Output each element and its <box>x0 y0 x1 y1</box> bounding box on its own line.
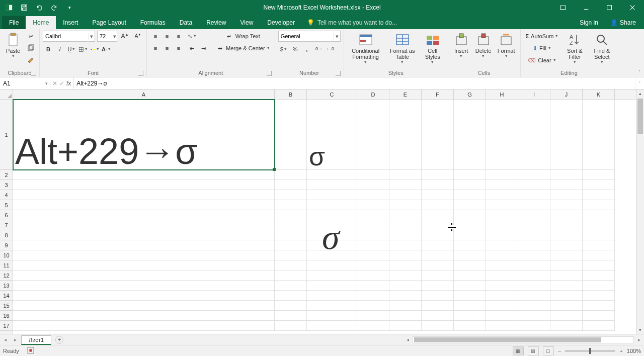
row-header-6[interactable]: 6 <box>0 210 13 220</box>
wrap-text-button[interactable]: ↵Wrap Text <box>214 31 272 42</box>
macro-record-icon[interactable] <box>27 347 34 355</box>
cell-C1[interactable]: σ <box>307 100 357 170</box>
cell-J7[interactable] <box>550 220 583 230</box>
cell-F6[interactable] <box>422 210 454 220</box>
cell-C13[interactable] <box>307 281 357 291</box>
col-header-I[interactable]: I <box>518 89 550 99</box>
cell-B3[interactable] <box>275 180 307 190</box>
fill-button[interactable]: ⬇Fill▾ <box>524 43 560 54</box>
orientation-button[interactable]: ⤡▾ <box>186 31 197 42</box>
cell-I2[interactable] <box>518 170 550 180</box>
cell-G4[interactable] <box>454 190 486 200</box>
cell-K16[interactable] <box>583 311 615 321</box>
ribbon-options-icon[interactable] <box>551 0 575 15</box>
cell-D11[interactable] <box>357 260 389 270</box>
cell-J3[interactable] <box>550 180 583 190</box>
cell-H4[interactable] <box>486 190 518 200</box>
cell-G8[interactable] <box>454 230 486 240</box>
cell-E17[interactable] <box>389 321 422 331</box>
cell-H10[interactable] <box>486 250 518 260</box>
cell-F3[interactable] <box>422 180 454 190</box>
cell-B13[interactable] <box>275 281 307 291</box>
col-header-A[interactable]: A <box>13 89 275 99</box>
cell-E5[interactable] <box>389 200 422 210</box>
cell-F8[interactable] <box>422 230 454 240</box>
cell-I6[interactable] <box>518 210 550 220</box>
cell-F15[interactable] <box>422 301 454 311</box>
cell-C3[interactable] <box>307 180 357 190</box>
cells-area[interactable]: Alt+229→σσσ <box>13 100 636 334</box>
cell-F9[interactable] <box>422 240 454 250</box>
cell-D4[interactable] <box>357 190 389 200</box>
cell-I14[interactable] <box>518 291 550 301</box>
tab-home[interactable]: Home <box>26 16 56 29</box>
cell-D17[interactable] <box>357 321 389 331</box>
fill-color-button[interactable]: ▾ <box>89 44 100 55</box>
enter-formula-icon[interactable]: ✓ <box>59 80 64 87</box>
decrease-decimal-button[interactable]: ←.0 <box>325 44 336 55</box>
row-header-10[interactable]: 10 <box>0 250 13 260</box>
cell-K14[interactable] <box>583 291 615 301</box>
cell-I12[interactable] <box>518 270 550 281</box>
cell-C12[interactable] <box>307 270 357 281</box>
underline-button[interactable]: U▾ <box>66 44 77 55</box>
row-header-15[interactable]: 15 <box>0 301 13 311</box>
tab-data[interactable]: Data <box>173 16 199 29</box>
cell-C2[interactable] <box>307 170 357 180</box>
cell-G6[interactable] <box>454 210 486 220</box>
cell-G5[interactable] <box>454 200 486 210</box>
tab-formulas[interactable]: Formulas <box>133 16 173 29</box>
cell-H16[interactable] <box>486 311 518 321</box>
cell-D2[interactable] <box>357 170 389 180</box>
cell-K6[interactable] <box>583 210 615 220</box>
expand-formula-bar[interactable]: ˅ <box>635 77 644 89</box>
cell-G16[interactable] <box>454 311 486 321</box>
row-header-11[interactable]: 11 <box>0 260 13 270</box>
row-header-3[interactable]: 3 <box>0 180 13 190</box>
launcher-clipboard[interactable] <box>31 71 36 76</box>
cell-A7[interactable] <box>13 220 275 230</box>
launcher-number[interactable] <box>336 71 341 76</box>
tell-me[interactable]: 💡 Tell me what you want to do... <box>307 16 397 29</box>
row-header-9[interactable]: 9 <box>0 240 13 250</box>
cell-C5[interactable] <box>307 200 357 210</box>
cell-E13[interactable] <box>389 281 422 291</box>
cell-A1[interactable]: Alt+229→σ <box>13 100 275 170</box>
hscroll-left[interactable]: ◂ <box>403 337 413 342</box>
row-header-16[interactable]: 16 <box>0 311 13 321</box>
cell-G9[interactable] <box>454 240 486 250</box>
sign-in[interactable]: Sign in <box>575 16 603 29</box>
floating-sigma-shape[interactable]: σ <box>322 217 340 257</box>
bold-button[interactable]: B <box>43 44 54 55</box>
cell-E15[interactable] <box>389 301 422 311</box>
cell-K1[interactable] <box>583 100 615 170</box>
cell-A15[interactable] <box>13 301 275 311</box>
col-header-K[interactable]: K <box>583 89 615 99</box>
zoom-slider[interactable] <box>565 350 615 352</box>
cell-J8[interactable] <box>550 230 583 240</box>
cell-E4[interactable] <box>389 190 422 200</box>
vertical-scrollbar[interactable]: ▴ ▾ <box>636 89 644 334</box>
row-header-1[interactable]: 1 <box>0 100 13 170</box>
autosum-button[interactable]: ΣAutoSum▾ <box>524 31 560 42</box>
font-name-combo[interactable]: ▾ <box>43 31 95 42</box>
cell-I8[interactable] <box>518 230 550 240</box>
conditional-formatting-button[interactable]: Conditional Formatting▾ <box>347 31 384 66</box>
tab-review[interactable]: Review <box>199 16 233 29</box>
cell-B5[interactable] <box>275 200 307 210</box>
cell-J15[interactable] <box>550 301 583 311</box>
cell-A13[interactable] <box>13 281 275 291</box>
align-top-button[interactable]: ≡ <box>150 31 161 42</box>
cell-D6[interactable] <box>357 210 389 220</box>
cell-J5[interactable] <box>550 200 583 210</box>
view-page-break-button[interactable]: ▢ <box>543 346 554 355</box>
cell-E3[interactable] <box>389 180 422 190</box>
border-button[interactable]: ▾ <box>77 44 89 55</box>
cell-H1[interactable] <box>486 100 518 170</box>
cell-K8[interactable] <box>583 230 615 240</box>
cell-G7[interactable] <box>454 220 486 230</box>
cell-G12[interactable] <box>454 270 486 281</box>
cell-J17[interactable] <box>550 321 583 331</box>
cell-G17[interactable] <box>454 321 486 331</box>
cell-K13[interactable] <box>583 281 615 291</box>
